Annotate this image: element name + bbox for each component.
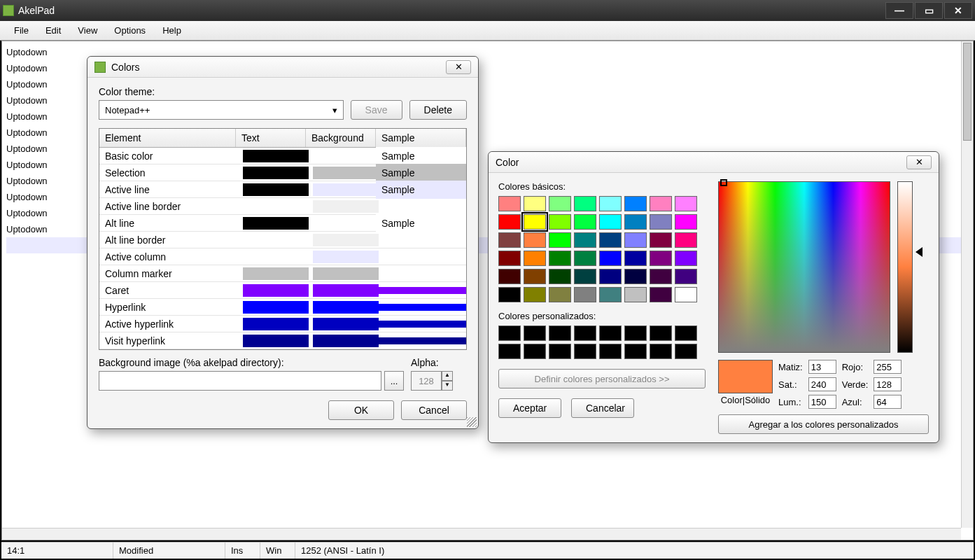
scroll-thumb[interactable] bbox=[963, 43, 972, 141]
basic-color-swatch[interactable] bbox=[498, 251, 521, 266]
basic-color-swatch[interactable] bbox=[574, 214, 596, 230]
table-row[interactable]: Visit hyperlink bbox=[99, 332, 466, 349]
basic-color-swatch[interactable] bbox=[524, 287, 546, 302]
table-row[interactable]: Active column bbox=[99, 248, 466, 265]
custom-color-swatch[interactable] bbox=[498, 344, 521, 359]
hue-input[interactable] bbox=[808, 360, 836, 374]
accept-button[interactable]: Aceptar bbox=[498, 398, 561, 418]
basic-color-swatch[interactable] bbox=[650, 232, 672, 248]
basic-color-swatch[interactable] bbox=[650, 196, 672, 211]
resize-grip[interactable] bbox=[467, 417, 477, 427]
basic-color-swatch[interactable] bbox=[675, 232, 697, 248]
cancel-picker-button[interactable]: Cancelar bbox=[571, 398, 634, 418]
add-custom-button[interactable]: Agregar a los colores personalizados bbox=[718, 414, 929, 434]
cell-text-swatch[interactable] bbox=[236, 180, 306, 200]
table-row[interactable]: Alt lineSample bbox=[99, 215, 466, 232]
alpha-up[interactable]: ▲ bbox=[442, 371, 453, 381]
basic-color-swatch[interactable] bbox=[624, 196, 647, 211]
table-row[interactable]: Caret bbox=[99, 282, 466, 299]
basic-color-swatch[interactable] bbox=[524, 251, 546, 266]
basic-color-swatch[interactable] bbox=[675, 196, 697, 211]
maximize-button[interactable]: ▭ bbox=[915, 2, 943, 19]
basic-color-swatch[interactable] bbox=[498, 232, 521, 248]
basic-color-swatch[interactable] bbox=[574, 196, 596, 211]
lum-input[interactable] bbox=[808, 395, 836, 409]
custom-color-swatch[interactable] bbox=[574, 344, 596, 359]
basic-color-swatch[interactable] bbox=[549, 214, 571, 230]
basic-color-swatch[interactable] bbox=[650, 269, 672, 284]
basic-color-swatch[interactable] bbox=[599, 196, 622, 211]
basic-color-swatch[interactable] bbox=[599, 214, 622, 230]
basic-color-swatch[interactable] bbox=[549, 196, 571, 211]
alpha-down[interactable]: ▼ bbox=[442, 381, 453, 391]
ok-button[interactable]: OK bbox=[328, 400, 394, 420]
close-button[interactable]: ✕ bbox=[944, 2, 972, 19]
custom-color-swatch[interactable] bbox=[624, 344, 647, 359]
custom-color-swatch[interactable] bbox=[650, 344, 672, 359]
cell-bg-swatch[interactable] bbox=[306, 331, 376, 351]
basic-color-swatch[interactable] bbox=[498, 287, 521, 302]
browse-button[interactable]: ... bbox=[384, 371, 404, 391]
table-row[interactable]: Hyperlink bbox=[99, 299, 466, 316]
table-row[interactable]: Active line border bbox=[99, 198, 466, 215]
basic-color-swatch[interactable] bbox=[624, 214, 647, 230]
basic-color-swatch[interactable] bbox=[599, 232, 622, 248]
bgimg-input[interactable] bbox=[99, 371, 381, 391]
basic-color-swatch[interactable] bbox=[498, 269, 521, 284]
table-row[interactable]: Column marker bbox=[99, 265, 466, 282]
basic-color-swatch[interactable] bbox=[624, 287, 647, 302]
custom-color-swatch[interactable] bbox=[524, 326, 546, 341]
custom-color-swatch[interactable] bbox=[574, 326, 596, 341]
cancel-button[interactable]: Cancel bbox=[401, 400, 467, 420]
basic-color-swatch[interactable] bbox=[524, 214, 546, 230]
red-input[interactable] bbox=[874, 360, 902, 374]
custom-color-swatch[interactable] bbox=[675, 326, 697, 341]
basic-color-swatch[interactable] bbox=[549, 269, 571, 284]
basic-color-swatch[interactable] bbox=[650, 251, 672, 266]
basic-color-swatch[interactable] bbox=[624, 232, 647, 248]
basic-color-swatch[interactable] bbox=[574, 232, 596, 248]
cell-text-swatch[interactable] bbox=[236, 253, 306, 260]
custom-color-swatch[interactable] bbox=[549, 326, 571, 341]
vertical-scrollbar[interactable] bbox=[961, 41, 973, 528]
basic-color-swatch[interactable] bbox=[624, 251, 647, 266]
basic-color-swatch[interactable] bbox=[650, 287, 672, 302]
picker-close-icon[interactable]: ✕ bbox=[906, 155, 932, 169]
basic-color-swatch[interactable] bbox=[524, 196, 546, 211]
table-row[interactable]: Alt line border bbox=[99, 232, 466, 248]
custom-color-swatch[interactable] bbox=[675, 344, 697, 359]
custom-color-swatch[interactable] bbox=[624, 326, 647, 341]
basic-color-swatch[interactable] bbox=[574, 251, 596, 266]
colors-close-icon[interactable]: ✕ bbox=[446, 60, 471, 74]
basic-color-swatch[interactable] bbox=[574, 287, 596, 302]
menu-file[interactable]: File bbox=[6, 22, 37, 38]
basic-color-swatch[interactable] bbox=[549, 287, 571, 302]
alpha-input[interactable] bbox=[411, 371, 442, 391]
custom-color-swatch[interactable] bbox=[599, 326, 622, 341]
menu-edit[interactable]: Edit bbox=[37, 22, 69, 38]
menu-options[interactable]: Options bbox=[106, 22, 154, 38]
basic-color-swatch[interactable] bbox=[574, 269, 596, 284]
basic-color-swatch[interactable] bbox=[675, 269, 697, 284]
luminance-arrow-icon[interactable] bbox=[916, 247, 923, 257]
basic-color-swatch[interactable] bbox=[549, 232, 571, 248]
cell-text-swatch[interactable] bbox=[236, 331, 306, 351]
cell-text-swatch[interactable] bbox=[236, 237, 306, 244]
basic-color-swatch[interactable] bbox=[675, 287, 697, 302]
color-theme-select[interactable]: Notepad++ bbox=[99, 100, 344, 120]
basic-color-swatch[interactable] bbox=[675, 251, 697, 266]
minimize-button[interactable]: — bbox=[885, 2, 913, 19]
table-row[interactable]: SelectionSample bbox=[99, 164, 466, 181]
basic-color-swatch[interactable] bbox=[599, 269, 622, 284]
custom-color-swatch[interactable] bbox=[498, 326, 521, 341]
basic-color-swatch[interactable] bbox=[624, 269, 647, 284]
basic-color-swatch[interactable] bbox=[524, 269, 546, 284]
define-custom-button[interactable]: Definir colores personalizados >> bbox=[498, 369, 706, 388]
basic-color-swatch[interactable] bbox=[549, 251, 571, 266]
cell-text-swatch[interactable] bbox=[236, 214, 306, 233]
green-input[interactable] bbox=[874, 377, 902, 391]
table-row[interactable]: Basic colorSample bbox=[99, 148, 466, 164]
sat-input[interactable] bbox=[808, 377, 836, 391]
basic-color-swatch[interactable] bbox=[599, 251, 622, 266]
color-gradient[interactable] bbox=[718, 181, 890, 353]
